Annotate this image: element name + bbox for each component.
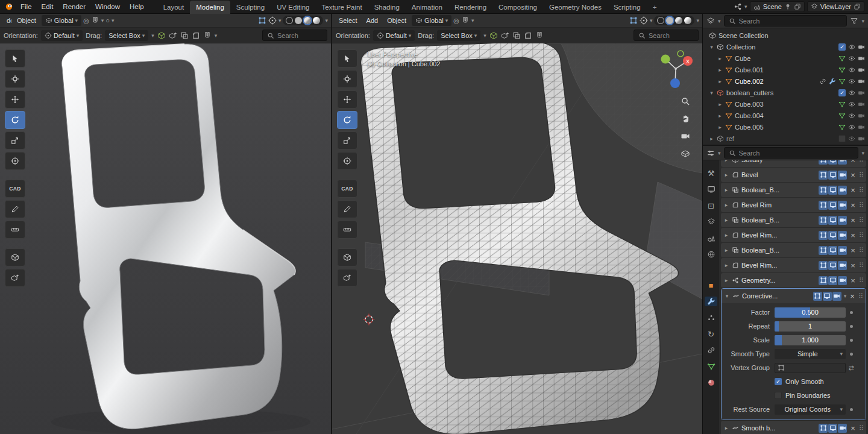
boolean-icon[interactable] bbox=[180, 31, 189, 40]
overlays-icon[interactable] bbox=[268, 16, 277, 25]
hide-eye-icon[interactable] bbox=[848, 66, 855, 74]
drag-mode-dropdown[interactable]: Select Box ▾ bbox=[437, 30, 480, 41]
shading-wireframe-icon[interactable] bbox=[657, 17, 664, 24]
tab-uv-editing[interactable]: UV Editing bbox=[271, 1, 315, 14]
tool-extra-caret-icon[interactable]: ▾ bbox=[483, 33, 486, 39]
render-camera-icon[interactable] bbox=[858, 89, 865, 96]
tool-add-cube[interactable] bbox=[337, 248, 357, 266]
hide-eye-icon[interactable] bbox=[848, 43, 855, 51]
properties-editor-icon[interactable] bbox=[706, 149, 715, 157]
delete-modifier-icon[interactable]: × bbox=[849, 160, 857, 165]
tool-3d-cursor[interactable] bbox=[337, 70, 357, 88]
wireframe-chair-model[interactable] bbox=[332, 43, 702, 434]
hide-eye-icon[interactable] bbox=[848, 124, 855, 131]
render-toggle-icon[interactable] bbox=[838, 201, 847, 210]
render-toggle-icon[interactable] bbox=[838, 160, 847, 165]
tab-scene-icon[interactable] bbox=[705, 233, 717, 243]
overlays-caret-icon[interactable]: ▾ bbox=[650, 17, 653, 24]
tab-particles-icon[interactable] bbox=[705, 313, 717, 322]
tool-cad[interactable]: CAD bbox=[337, 180, 357, 198]
menu-object[interactable]: Object bbox=[13, 14, 40, 27]
tool-add-primitive[interactable] bbox=[337, 269, 357, 287]
outliner-row-cube-004[interactable]: ▸ Cube.004 bbox=[703, 110, 868, 121]
viewport-left-canvas[interactable]: CAD bbox=[0, 43, 331, 434]
edit-mode-toggle-icon[interactable] bbox=[819, 276, 828, 285]
expand-chevron-icon[interactable]: ▸ bbox=[716, 67, 724, 73]
modifier-row-bevel[interactable]: ▸ Bevel × ⠿ bbox=[721, 168, 866, 182]
workplane-icon[interactable] bbox=[489, 31, 498, 40]
outliner-editor-icon[interactable] bbox=[706, 17, 715, 25]
tab-scripting[interactable]: Scripting bbox=[608, 1, 647, 14]
tab-physics-icon[interactable]: ↻ bbox=[705, 329, 717, 339]
edit-mode-toggle-icon[interactable] bbox=[819, 171, 828, 180]
render-camera-icon[interactable] bbox=[858, 66, 865, 74]
tool-annotate[interactable] bbox=[5, 200, 25, 218]
delete-modifier-icon[interactable]: × bbox=[849, 186, 857, 195]
pan-hand-icon[interactable] bbox=[681, 114, 690, 124]
modifier-row-boolean-3[interactable]: ▸ Boolean_B... × ⠿ bbox=[721, 243, 866, 257]
proportional-editing-icon[interactable]: ○ bbox=[105, 17, 110, 24]
bevel-icon[interactable] bbox=[524, 31, 532, 40]
shading-solid-icon[interactable] bbox=[295, 17, 302, 24]
menu-window[interactable]: Window bbox=[90, 0, 125, 13]
tool-add-cube[interactable] bbox=[5, 248, 25, 266]
scale-field[interactable]: 1.000 bbox=[775, 335, 846, 345]
expand-chevron-icon[interactable]: ▸ bbox=[723, 232, 729, 238]
render-toggle-icon[interactable] bbox=[838, 171, 847, 180]
tab-tool-icon[interactable]: ⚒ bbox=[705, 168, 717, 178]
tool-measure[interactable] bbox=[5, 221, 25, 239]
overlays-caret-icon[interactable]: ▾ bbox=[278, 17, 281, 24]
pin-icon[interactable] bbox=[784, 3, 791, 10]
pivot-point-icon[interactable]: ◎ bbox=[83, 17, 89, 24]
extensions-caret-icon[interactable]: ▾ bbox=[744, 4, 747, 10]
expand-chevron-icon[interactable]: ▸ bbox=[716, 78, 724, 84]
xray-toggle-icon[interactable] bbox=[258, 16, 266, 25]
hide-eye-icon[interactable] bbox=[848, 89, 855, 96]
menu-render[interactable]: Render bbox=[58, 0, 90, 13]
workplane-icon[interactable] bbox=[157, 31, 166, 40]
tool-scale[interactable] bbox=[337, 131, 357, 149]
tool-move[interactable] bbox=[337, 90, 357, 108]
menu-file[interactable]: File bbox=[16, 0, 37, 13]
pin-boundaries-checkbox[interactable] bbox=[775, 392, 782, 399]
blender-logo-icon[interactable] bbox=[0, 2, 16, 11]
viewport-toggle-icon[interactable] bbox=[828, 186, 837, 195]
editor-caret-icon[interactable]: ▾ bbox=[718, 150, 721, 156]
expand-chevron-icon[interactable]: ▸ bbox=[723, 262, 729, 268]
tab-layout[interactable]: Layout bbox=[157, 1, 190, 14]
overlays-icon[interactable] bbox=[640, 16, 648, 25]
render-toggle-icon[interactable] bbox=[838, 261, 847, 270]
delete-modifier-icon[interactable]: × bbox=[849, 261, 857, 270]
hide-eye-icon[interactable] bbox=[848, 135, 855, 142]
viewlayer-selector[interactable]: ViewLayer bbox=[807, 1, 864, 12]
edit-mode-toggle-icon[interactable] bbox=[819, 424, 828, 433]
extras-menu-icon[interactable]: ▾ bbox=[844, 293, 847, 299]
bevel-icon[interactable] bbox=[192, 31, 200, 40]
tool-select-box[interactable] bbox=[337, 49, 357, 68]
tool-move[interactable] bbox=[5, 90, 25, 108]
drag-handle-icon[interactable]: ⠿ bbox=[859, 216, 864, 224]
modifier-row-bevel-rim[interactable]: ▸ Bevel Rim × ⠿ bbox=[721, 198, 866, 212]
expand-chevron-icon[interactable]: ▸ bbox=[716, 55, 724, 61]
outliner-row-boolean-cutters[interactable]: ▾ boolean_cutters ✓ bbox=[703, 87, 868, 98]
3d-cursor[interactable] bbox=[363, 314, 375, 326]
delete-modifier-icon[interactable]: × bbox=[849, 171, 857, 180]
outliner-row-scene-collection[interactable]: Scene Collection bbox=[703, 30, 868, 41]
expand-chevron-icon[interactable]: ▸ bbox=[723, 202, 729, 208]
menu-help[interactable]: Help bbox=[125, 0, 149, 13]
pivot-point-icon[interactable]: ◎ bbox=[453, 17, 459, 24]
tab-output-icon[interactable]: ⊡ bbox=[705, 201, 717, 210]
scene-selector[interactable]: Scene bbox=[750, 1, 805, 12]
animate-dot-icon[interactable] bbox=[850, 353, 853, 356]
tab-constraints-icon[interactable] bbox=[705, 345, 717, 355]
editor-caret-icon[interactable]: ▾ bbox=[718, 18, 721, 24]
collapse-chevron-icon[interactable]: ▾ bbox=[724, 293, 730, 299]
tool-extra-caret-icon[interactable]: ▾ bbox=[151, 33, 154, 39]
expand-chevron-icon[interactable]: ▸ bbox=[723, 217, 729, 223]
render-camera-icon[interactable] bbox=[858, 78, 865, 85]
tool-transform[interactable] bbox=[337, 152, 357, 170]
shading-material-icon[interactable] bbox=[304, 17, 311, 24]
viewport-toggle-icon[interactable] bbox=[828, 171, 837, 180]
modifier-row-corrective-smooth[interactable]: ▾ Corrective... ▾ × ⠿ bbox=[722, 289, 866, 303]
viewport-toggle-icon[interactable] bbox=[828, 201, 837, 210]
